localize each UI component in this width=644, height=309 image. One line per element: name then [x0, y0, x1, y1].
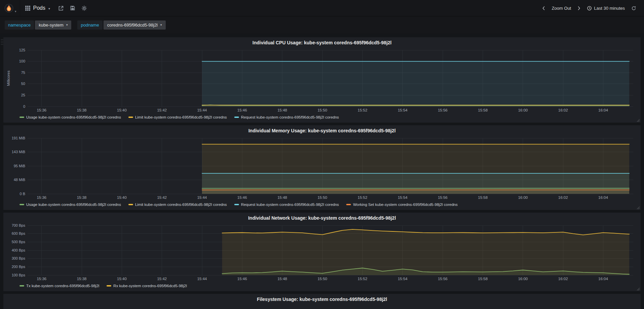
svg-text:15:54: 15:54: [398, 195, 407, 200]
svg-text:125: 125: [19, 48, 25, 52]
svg-text:15:52: 15:52: [358, 108, 367, 112]
panel-title-memory[interactable]: Individual Memory Usage: kube-system cor…: [6, 126, 638, 135]
svg-text:191 MiB: 191 MiB: [12, 136, 25, 140]
svg-text:15:42: 15:42: [157, 108, 167, 112]
save-button[interactable]: [67, 0, 78, 16]
settings-button[interactable]: [78, 0, 90, 16]
svg-text:16:02: 16:02: [558, 108, 568, 112]
legend-series-color-icon: [19, 285, 24, 286]
template-variables-bar: namespace kube-system ▾ podname coredns-…: [0, 16, 644, 33]
legend-item-working-set[interactable]: Working Set kube-system coredns-695f96dc…: [346, 203, 457, 207]
svg-text:15:38: 15:38: [77, 195, 87, 200]
svg-text:16:00: 16:00: [518, 108, 528, 112]
svg-text:15:42: 15:42: [157, 277, 167, 281]
legend-series-color-icon: [234, 204, 239, 205]
logo-caret-down-icon: ▾: [15, 10, 16, 16]
filesystem-usage-graph[interactable]: [6, 303, 638, 309]
template-variable-namespace: namespace kube-system ▾: [5, 20, 71, 30]
cpu-usage-graph[interactable]: 15:3615:3815:4015:4215:4415:4615:4815:50…: [6, 47, 638, 113]
svg-text:95 MiB: 95 MiB: [14, 164, 25, 168]
legend-item-limit[interactable]: Limit kube-system coredns-695f96dcd5-98j…: [128, 203, 227, 207]
svg-text:48 MiB: 48 MiB: [14, 178, 25, 182]
legend-series-label: Limit kube-system coredns-695f96dcd5-98j…: [135, 203, 227, 207]
svg-text:15:54: 15:54: [398, 277, 407, 281]
svg-text:15:58: 15:58: [478, 195, 488, 200]
svg-text:16:00: 16:00: [518, 277, 528, 281]
svg-text:15:46: 15:46: [237, 195, 247, 200]
svg-text:16:04: 16:04: [598, 277, 608, 281]
panel-resize-handle-icon[interactable]: [636, 287, 640, 291]
legend-series-label: Working Set kube-system coredns-695f96dc…: [353, 203, 457, 207]
svg-text:16:00: 16:00: [518, 195, 528, 200]
svg-text:15:40: 15:40: [117, 108, 127, 112]
svg-text:15:58: 15:58: [478, 277, 488, 281]
svg-text:25: 25: [21, 93, 25, 97]
legend-item-request[interactable]: Request kube-system coredns-695f96dcd5-9…: [234, 203, 339, 207]
legend-item-usage[interactable]: Usage kube-system coredns-695f96dcd5-98j…: [19, 115, 121, 119]
svg-text:15:38: 15:38: [77, 108, 87, 112]
legend-series-color-icon: [346, 204, 351, 205]
share-button[interactable]: [55, 0, 67, 16]
svg-text:50: 50: [21, 82, 25, 86]
panel-resize-handle-icon[interactable]: [636, 206, 640, 209]
panel-title-filesystem[interactable]: Filesystem Usage: kube-system coredns-69…: [6, 295, 638, 303]
legend-series-color-icon: [19, 117, 24, 118]
svg-text:15:52: 15:52: [358, 277, 367, 281]
dashboard-caret-down-icon: ▾: [48, 6, 50, 10]
time-back-button[interactable]: [539, 6, 548, 11]
svg-text:15:56: 15:56: [438, 277, 448, 281]
caret-down-icon: ▾: [160, 23, 162, 27]
clock-icon: [587, 6, 592, 11]
panel-title-network[interactable]: Individual Network Usage: kube-system co…: [6, 213, 638, 222]
zoom-out-button[interactable]: Zoom Out: [549, 4, 574, 13]
svg-text:15:42: 15:42: [157, 195, 167, 200]
legend-series-label: Tx kube-system coredns-695f96dcd5-98j2l: [26, 284, 99, 288]
variable-value-podname-dropdown[interactable]: coredns-695f96dcd5-98j2l ▾: [104, 20, 166, 30]
time-forward-button[interactable]: [574, 6, 583, 11]
svg-text:15:50: 15:50: [318, 195, 327, 200]
time-range-button[interactable]: Last 30 minutes: [584, 4, 628, 13]
svg-text:16:04: 16:04: [598, 195, 608, 200]
panel-resize-handle-icon[interactable]: [636, 119, 640, 122]
svg-text:500 Bps: 500 Bps: [12, 240, 26, 244]
legend-item-tx[interactable]: Tx kube-system coredns-695f96dcd5-98j2l: [19, 284, 99, 288]
svg-text:15:56: 15:56: [438, 108, 448, 112]
legend-item-request[interactable]: Request kube-system coredns-695f96dcd5-9…: [234, 115, 339, 119]
legend-item-rx[interactable]: Rx kube-system coredns-695f96dcd5-98j2l: [107, 284, 187, 288]
svg-text:15:36: 15:36: [37, 195, 46, 200]
legend-item-limit[interactable]: Limit kube-system coredns-695f96dcd5-98j…: [128, 115, 227, 119]
panel-memory-usage: Individual Memory Usage: kube-system cor…: [3, 125, 641, 210]
svg-text:200 Bps: 200 Bps: [12, 265, 26, 269]
svg-text:15:48: 15:48: [277, 277, 287, 281]
legend-series-color-icon: [19, 204, 24, 205]
caret-down-icon: ▾: [66, 23, 68, 27]
legend-series-color-icon: [107, 285, 111, 286]
svg-text:400 Bps: 400 Bps: [12, 248, 26, 252]
share-icon: [58, 5, 64, 11]
svg-text:15:50: 15:50: [318, 277, 327, 281]
svg-text:15:46: 15:46: [237, 108, 247, 112]
svg-text:15:54: 15:54: [398, 108, 407, 112]
row-drag-handle-icon[interactable]: [1, 39, 3, 45]
svg-text:15:44: 15:44: [197, 277, 207, 281]
svg-text:15:44: 15:44: [197, 195, 207, 200]
legend-series-color-icon: [234, 117, 239, 118]
legend-item-usage[interactable]: Usage kube-system coredns-695f96dcd5-98j…: [19, 203, 121, 207]
variable-value-namespace-dropdown[interactable]: kube-system ▾: [35, 20, 71, 30]
refresh-button[interactable]: [628, 6, 639, 11]
memory-graph-legend: Usage kube-system coredns-695f96dcd5-98j…: [6, 201, 638, 209]
svg-text:600 Bps: 600 Bps: [12, 231, 26, 235]
dashboard-picker[interactable]: Pods ▾: [20, 0, 55, 16]
svg-text:Millicores: Millicores: [6, 71, 10, 86]
grafana-logo[interactable]: ▾: [0, 0, 20, 16]
svg-text:16:04: 16:04: [598, 108, 608, 112]
svg-text:700 Bps: 700 Bps: [12, 223, 26, 227]
svg-text:100 Bps: 100 Bps: [12, 273, 26, 277]
panel-network-usage: Individual Network Usage: kube-system co…: [3, 213, 641, 291]
panel-cpu-usage: Individual CPU Usage: kube-system coredn…: [3, 37, 641, 123]
network-usage-graph[interactable]: 15:3615:3815:4015:4215:4415:4615:4815:50…: [6, 222, 638, 282]
memory-usage-graph[interactable]: 15:3615:3815:4015:4215:4415:4615:4815:50…: [6, 135, 638, 201]
legend-series-label: Usage kube-system coredns-695f96dcd5-98j…: [26, 115, 121, 119]
panel-title-cpu[interactable]: Individual CPU Usage: kube-system coredn…: [6, 38, 638, 47]
time-range-label: Last 30 minutes: [594, 6, 625, 11]
